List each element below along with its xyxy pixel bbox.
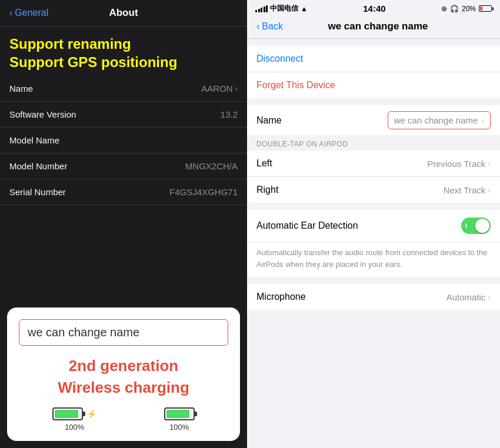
chevron-right-tap-icon: ›	[488, 185, 491, 195]
battery-status-fill	[480, 6, 482, 11]
gen-line1: 2nd generation	[19, 355, 228, 376]
name-field-label: Name	[256, 115, 282, 126]
right-tap-row[interactable]: Right Next Track ›	[247, 177, 500, 203]
battery-item-2: 100%	[164, 407, 195, 432]
back-label-right: Back	[262, 21, 283, 32]
back-button-right[interactable]: ‹ Back	[256, 21, 283, 32]
chevron-right-icon: ›	[235, 84, 238, 93]
disconnect-label: Disconnect	[256, 54, 303, 64]
battery-icon-2	[164, 407, 195, 420]
left-tap-row[interactable]: Left Previous Track ›	[247, 151, 500, 177]
model-number-value: MNGX2CH/A	[185, 161, 238, 171]
battery-bolt-icon: ⚡	[86, 409, 96, 419]
battery-pct-status: 20%	[462, 5, 476, 13]
name-field-box[interactable]: we can change name ›	[388, 111, 491, 129]
right-content: Disconnect Forget This Device Name we ca…	[247, 39, 500, 448]
ear-detection-label: Automatic Ear Detection	[256, 220, 358, 231]
right-tap-label: Right	[256, 185, 278, 195]
chevron-left-icon: ‹	[9, 8, 12, 18]
white-card: we can change name 2nd generation Wirele…	[7, 307, 240, 441]
connection-section: Disconnect Forget This Device	[247, 46, 500, 98]
battery-pct-1: 100%	[65, 423, 84, 432]
carrier-label: 中国电信	[270, 4, 298, 14]
name-label-left: Name	[9, 83, 33, 93]
promo-line1: Support renaming	[9, 35, 238, 53]
battery-fill-1	[55, 410, 78, 418]
serial-number-value: F4GSJ4XGHG71	[169, 187, 238, 197]
time-label: 14:40	[363, 4, 385, 14]
status-bar-right: ⊕ 🎧 20%	[441, 5, 492, 13]
left-tap-value: Previous Track ›	[427, 159, 491, 169]
name-field-value: we can change name	[394, 115, 478, 125]
signal-bars	[255, 5, 268, 12]
battery-body-2	[164, 407, 195, 420]
ear-detection-row: Automatic Ear Detection I	[247, 210, 500, 242]
model-name-label: Model Name	[9, 135, 59, 145]
double-tap-section: Left Previous Track › Right Next Track ›	[247, 151, 500, 203]
left-panel: ‹ General About Support renaming Support…	[0, 0, 247, 448]
right-header-title: we can change name	[283, 21, 473, 32]
right-panel: 中国电信 ▲ 14:40 ⊕ 🎧 20% ‹ Back we can chang…	[247, 0, 500, 448]
battery-fill-2	[166, 410, 190, 418]
name-value-left: AARON ›	[201, 83, 238, 93]
name-section: Name we can change name ›	[247, 105, 500, 135]
battery-body-1	[52, 407, 83, 420]
serial-number-row: Serial Number F4GSJ4XGHG71	[0, 179, 247, 205]
battery-item-1: ⚡ 100%	[52, 407, 96, 432]
wifi-icon: ▲	[301, 5, 308, 13]
battery-pct-2: 100%	[169, 423, 189, 432]
promo-line2: Support GPS positioning	[9, 53, 238, 71]
battery-icon-1: ⚡	[52, 407, 96, 420]
right-tap-value: Next Track ›	[444, 185, 491, 195]
back-button-left[interactable]: ‹ General	[9, 8, 48, 18]
chevron-name-icon: ›	[481, 116, 484, 125]
location-icon: ⊕	[441, 5, 447, 13]
toggle-on-label: I	[465, 222, 467, 229]
name-input-display[interactable]: we can change name	[19, 319, 228, 346]
ear-detection-section: Automatic Ear Detection I Automatically …	[247, 210, 500, 277]
right-header: ‹ Back we can change name	[247, 16, 500, 39]
disconnect-row[interactable]: Disconnect	[247, 46, 500, 72]
name-row-left[interactable]: Name AARON ›	[0, 76, 247, 102]
ear-detection-toggle[interactable]: I	[461, 218, 491, 234]
serial-number-label: Serial Number	[9, 187, 66, 197]
double-tap-header: DOUBLE-TAP ON AIRPOD	[247, 135, 500, 151]
battery-row: ⚡ 100% 100%	[19, 407, 228, 432]
microphone-section: Microphone Automatic ›	[247, 284, 500, 310]
forget-row[interactable]: Forget This Device	[247, 72, 500, 98]
microphone-row[interactable]: Microphone Automatic ›	[247, 284, 500, 310]
promo-text: Support renaming Support GPS positioning	[0, 26, 247, 76]
settings-list: Name AARON › Software Version 13.2 Model…	[0, 76, 247, 300]
left-tap-label: Left	[256, 158, 272, 169]
back-label-left: General	[15, 8, 48, 18]
card-name-value: we can change name	[28, 326, 139, 339]
software-version-label: Software Version	[9, 109, 76, 119]
headphones-icon: 🎧	[450, 5, 459, 13]
gen-line2: Wireless charging	[19, 377, 228, 398]
microphone-value: Automatic ›	[446, 292, 491, 302]
chevron-microphone-icon: ›	[488, 292, 491, 302]
toggle-knob	[475, 219, 489, 233]
battery-status-body	[479, 5, 492, 12]
chevron-left-icon-right: ‹	[256, 21, 259, 32]
battery-status-icon	[479, 5, 492, 12]
model-number-label: Model Number	[9, 161, 67, 171]
microphone-label: Microphone	[256, 292, 306, 302]
model-name-row: Model Name	[0, 128, 247, 153]
software-version-row: Software Version 13.2	[0, 102, 247, 128]
generation-text: 2nd generation Wireless charging	[19, 355, 228, 398]
name-field-row[interactable]: Name we can change name ›	[247, 105, 500, 135]
chevron-left-tap-icon: ›	[488, 159, 491, 168]
status-bar: 中国电信 ▲ 14:40 ⊕ 🎧 20%	[247, 0, 500, 16]
left-header: ‹ General About	[0, 0, 247, 26]
status-bar-left: 中国电信 ▲	[255, 4, 308, 14]
model-number-row: Model Number MNGX2CH/A	[0, 153, 247, 179]
software-version-value: 13.2	[221, 109, 238, 119]
left-header-title: About	[109, 7, 138, 19]
ear-detection-description: Automatically transfer the audio route f…	[247, 242, 500, 277]
forget-label: Forget This Device	[256, 80, 335, 91]
